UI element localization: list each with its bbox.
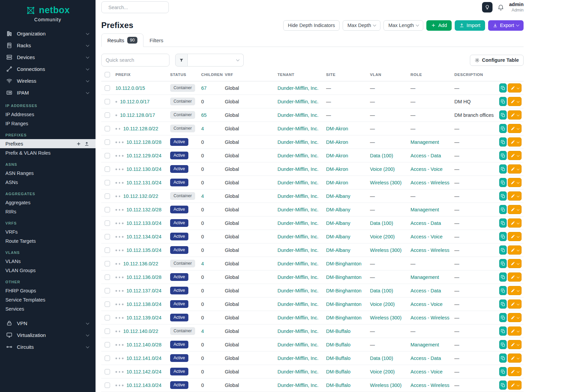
role-link[interactable]: Access - Wireless bbox=[410, 247, 449, 253]
tenant-link[interactable]: Dunder-Mifflin, Inc. bbox=[277, 315, 318, 320]
site-link[interactable]: DM-Buffalo bbox=[326, 383, 350, 388]
edit-button[interactable] bbox=[508, 205, 522, 214]
site-link[interactable]: DM-Binghamton bbox=[326, 288, 362, 293]
site-link[interactable]: DM-Binghamton bbox=[326, 302, 362, 307]
hide-depth-indicators-button[interactable]: Hide Depth Indicators bbox=[283, 20, 340, 31]
children-link[interactable]: 4 bbox=[201, 329, 204, 334]
tenant-link[interactable]: Dunder-Mifflin, Inc. bbox=[277, 369, 318, 374]
tenant-link[interactable]: Dunder-Mifflin, Inc. bbox=[277, 112, 318, 118]
column-header-prefix[interactable]: PREFIX bbox=[113, 72, 167, 81]
netbox-logo[interactable]: netbox Community bbox=[0, 0, 96, 24]
copy-button[interactable] bbox=[499, 286, 507, 295]
sidebar-item-devices[interactable]: Devices bbox=[0, 51, 96, 63]
column-header-vlan[interactable]: VLAN bbox=[367, 72, 408, 81]
vlan-link[interactable]: Data (100) bbox=[370, 288, 393, 293]
copy-button[interactable] bbox=[499, 218, 507, 228]
site-link[interactable]: DM-Albany bbox=[326, 207, 350, 212]
row-checkbox[interactable] bbox=[105, 302, 110, 307]
tenant-link[interactable]: Dunder-Mifflin, Inc. bbox=[277, 247, 318, 253]
tenant-link[interactable]: Dunder-Mifflin, Inc. bbox=[277, 193, 318, 199]
sidebar-item-ip-addresses[interactable]: IP Addresses bbox=[0, 110, 96, 119]
prefix-link[interactable]: 10.112.134.0/24 bbox=[127, 234, 162, 239]
site-link[interactable]: DM-Albany bbox=[326, 234, 350, 239]
prefix-link[interactable]: 10.112.143.0/24 bbox=[127, 383, 162, 388]
children-link[interactable]: 4 bbox=[201, 193, 204, 199]
row-checkbox[interactable] bbox=[105, 139, 110, 145]
edit-button[interactable] bbox=[508, 83, 522, 93]
prefix-link[interactable]: 10.112.140.0/22 bbox=[123, 329, 158, 334]
row-checkbox[interactable] bbox=[105, 193, 110, 199]
sidebar-item-connections[interactable]: Connections bbox=[0, 63, 96, 75]
copy-button[interactable] bbox=[499, 367, 507, 376]
prefix-link[interactable]: 10.112.132.0/28 bbox=[127, 207, 162, 212]
prefix-link[interactable]: 10.112.133.0/24 bbox=[127, 220, 162, 226]
row-checkbox[interactable] bbox=[105, 99, 110, 104]
prefix-link[interactable]: 10.112.128.0/22 bbox=[123, 126, 158, 131]
role-link[interactable]: Access - Data bbox=[410, 153, 441, 158]
edit-button[interactable] bbox=[508, 381, 522, 390]
row-checkbox[interactable] bbox=[105, 207, 110, 212]
site-link[interactable]: DM-Albany bbox=[326, 220, 350, 226]
prefix-link[interactable]: 10.112.131.0/24 bbox=[127, 180, 162, 185]
site-link[interactable]: DM-Buffalo bbox=[326, 369, 350, 374]
tenant-link[interactable]: Dunder-Mifflin, Inc. bbox=[277, 99, 318, 104]
row-checkbox[interactable] bbox=[105, 166, 110, 172]
quick-search-input[interactable] bbox=[101, 54, 169, 67]
tenant-link[interactable]: Dunder-Mifflin, Inc. bbox=[277, 329, 318, 334]
edit-button[interactable] bbox=[508, 299, 522, 309]
column-header-vrf[interactable]: VRF bbox=[222, 72, 275, 81]
tenant-link[interactable]: Dunder-Mifflin, Inc. bbox=[277, 207, 318, 212]
row-checkbox[interactable] bbox=[105, 315, 110, 320]
copy-button[interactable] bbox=[499, 272, 507, 282]
tenant-link[interactable]: Dunder-Mifflin, Inc. bbox=[277, 220, 318, 226]
copy-button[interactable] bbox=[499, 110, 507, 120]
role-link[interactable]: Access - Voice bbox=[410, 166, 443, 172]
tenant-link[interactable]: Dunder-Mifflin, Inc. bbox=[277, 261, 318, 266]
row-checkbox[interactable] bbox=[105, 85, 110, 91]
sidebar-item-racks[interactable]: Racks bbox=[0, 40, 96, 51]
vlan-link[interactable]: Wireless (300) bbox=[370, 247, 401, 253]
sidebar-item-organization[interactable]: Organization bbox=[0, 28, 96, 40]
column-header-children[interactable]: CHILDREN bbox=[198, 72, 222, 81]
quick-import-button[interactable] bbox=[83, 140, 91, 148]
sidebar-item-aggregates[interactable]: Aggregates bbox=[0, 198, 96, 207]
prefix-link[interactable]: 10.112.129.0/24 bbox=[127, 153, 162, 158]
vlan-link[interactable]: Voice (200) bbox=[370, 369, 395, 374]
prefix-link[interactable]: 10.112.128.0/28 bbox=[127, 139, 162, 145]
site-link[interactable]: DM-Albany bbox=[326, 193, 350, 199]
copy-button[interactable] bbox=[499, 151, 507, 160]
tenant-link[interactable]: Dunder-Mifflin, Inc. bbox=[277, 356, 318, 361]
select-all-checkbox[interactable] bbox=[105, 72, 110, 77]
edit-button[interactable] bbox=[508, 178, 522, 187]
edit-button[interactable] bbox=[508, 340, 522, 349]
copy-button[interactable] bbox=[499, 164, 507, 174]
role-link[interactable]: Access - Data bbox=[410, 288, 441, 293]
row-checkbox[interactable] bbox=[105, 369, 110, 374]
vlan-link[interactable]: Wireless (300) bbox=[370, 383, 401, 388]
sidebar-item-virtualization[interactable]: Virtualization bbox=[0, 329, 96, 341]
sidebar-item-vpn[interactable]: VPN bbox=[0, 317, 96, 329]
copy-button[interactable] bbox=[499, 245, 507, 255]
vlan-link[interactable]: Voice (200) bbox=[370, 302, 395, 307]
sidebar-item-services[interactable]: Services bbox=[0, 304, 96, 313]
copy-button[interactable] bbox=[499, 97, 507, 106]
edit-button[interactable] bbox=[508, 97, 522, 106]
site-link[interactable]: DM-Akron bbox=[326, 153, 348, 158]
copy-button[interactable] bbox=[499, 354, 507, 363]
row-checkbox[interactable] bbox=[105, 383, 110, 388]
row-checkbox[interactable] bbox=[105, 153, 110, 158]
prefix-link[interactable]: 10.112.136.0/22 bbox=[123, 261, 158, 266]
row-checkbox[interactable] bbox=[105, 356, 110, 361]
prefix-link[interactable]: 10.112.142.0/24 bbox=[127, 369, 162, 374]
sidebar-item-fhrp-groups[interactable]: FHRP Groups bbox=[0, 286, 96, 295]
user-menu[interactable]: admin Admin bbox=[509, 2, 524, 12]
children-link[interactable]: 4 bbox=[201, 261, 204, 266]
prefix-link[interactable]: 10.112.130.0/24 bbox=[127, 166, 162, 172]
sidebar-item-vlans[interactable]: VLANs bbox=[0, 257, 96, 266]
role-link[interactable]: Access - Data bbox=[410, 220, 441, 226]
global-search[interactable] bbox=[101, 1, 169, 13]
saved-filter-select[interactable] bbox=[188, 54, 244, 67]
vlan-link[interactable]: Wireless (300) bbox=[370, 180, 401, 185]
row-checkbox[interactable] bbox=[105, 275, 110, 280]
row-checkbox[interactable] bbox=[105, 288, 110, 293]
